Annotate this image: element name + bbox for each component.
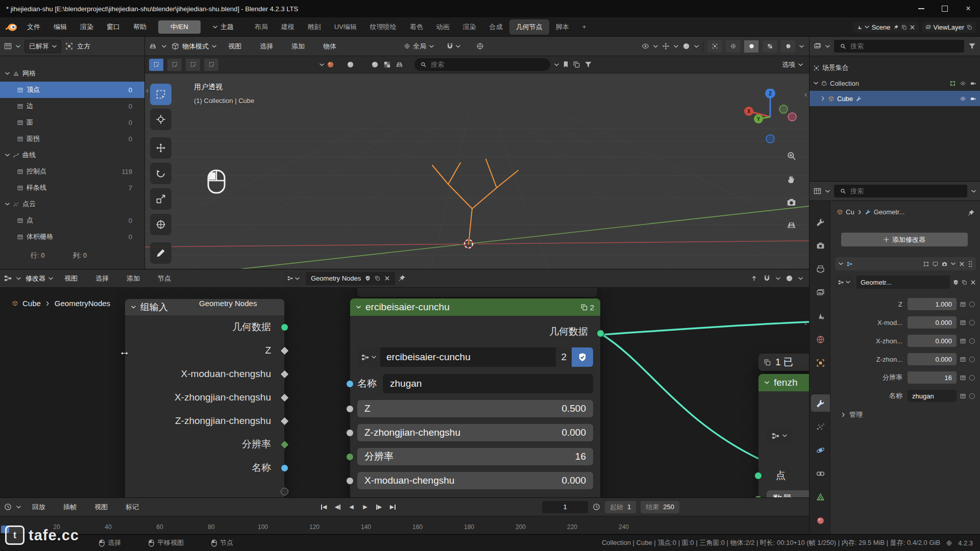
- bookmark-icon[interactable]: [563, 61, 569, 68]
- tab-shading[interactable]: 着色: [403, 19, 430, 35]
- tool-rotate[interactable]: [150, 163, 172, 184]
- tab-texture-paint[interactable]: 纹理喷绘: [363, 19, 403, 35]
- sphere-option-icon[interactable]: [396, 61, 403, 68]
- spreadsheet-group-mesh[interactable]: 网格: [0, 65, 144, 82]
- socket-float[interactable]: [346, 477, 354, 485]
- copy-icon[interactable]: [375, 276, 380, 281]
- viewport-menu-object[interactable]: 物体: [316, 42, 343, 51]
- chevron-down-icon[interactable]: [776, 277, 780, 280]
- spreadsheet-row-splines[interactable]: 样条线 7: [0, 180, 144, 196]
- overlays-toggle-icon[interactable]: [682, 42, 690, 50]
- node-editor-icon[interactable]: [4, 274, 12, 282]
- decorator-dot[interactable]: [969, 393, 975, 399]
- timeline-editor-icon[interactable]: [4, 503, 12, 511]
- outliner-object-cube[interactable]: Cube: [810, 91, 980, 106]
- prev-keyframe-button[interactable]: ◀: [331, 501, 345, 513]
- spreadsheet-row-vertices[interactable]: 顶点 0: [0, 82, 144, 98]
- value-field[interactable]: 1.000: [908, 298, 957, 310]
- tab-constraints[interactable]: [811, 465, 830, 482]
- name-value-field[interactable]: zhugan: [383, 374, 593, 393]
- chevron-down-icon[interactable]: [131, 306, 136, 309]
- breadcrumb-modifier[interactable]: Geometr...: [874, 208, 905, 216]
- chevron-down-icon[interactable]: [839, 262, 843, 265]
- value-field[interactable]: 0.000: [908, 353, 957, 365]
- spreadsheet-row-control-points[interactable]: 控制点 119: [0, 163, 144, 180]
- tool-scale[interactable]: [150, 188, 172, 210]
- chevron-down-icon[interactable]: [799, 45, 804, 48]
- node-tree-name[interactable]: Geometry Nodes: [306, 272, 395, 285]
- chevron-down-icon[interactable]: [653, 45, 658, 48]
- zoom-icon[interactable]: [783, 148, 799, 163]
- timeline-menu-keying[interactable]: 插帧: [57, 503, 83, 512]
- camera-icon[interactable]: [970, 81, 976, 86]
- blender-logo-icon[interactable]: [5, 22, 17, 32]
- chevron-down-icon[interactable]: [814, 82, 818, 85]
- node-tree-name-field[interactable]: Geometr...: [856, 276, 950, 289]
- tab-uv-editing[interactable]: UV编辑: [328, 19, 363, 35]
- properties-editor-icon[interactable]: [814, 187, 821, 195]
- play-reverse-button[interactable]: ◀: [345, 501, 358, 513]
- outliner-search-input[interactable]: [849, 42, 958, 51]
- spreadsheet-row-faces[interactable]: 面 0: [0, 114, 144, 131]
- tab-physics[interactable]: [811, 441, 830, 459]
- theme-button[interactable]: 主题: [206, 22, 241, 32]
- spreadsheet-group-curve[interactable]: 曲线: [0, 147, 144, 163]
- mode-dropdown[interactable]: 物体模式: [172, 42, 216, 51]
- tool-select-box[interactable]: [150, 84, 172, 105]
- socket-geometry[interactable]: [754, 472, 762, 480]
- object-icon[interactable]: [837, 209, 843, 215]
- parent-tree-icon[interactable]: [750, 274, 758, 282]
- tab-geometry-nodes[interactable]: 几何节点: [509, 19, 549, 35]
- camera-view-icon[interactable]: [783, 194, 799, 210]
- node-tree-type-dropdown[interactable]: [284, 272, 303, 285]
- attribute-toggle-icon[interactable]: [960, 320, 966, 325]
- copy-icon[interactable]: [901, 24, 907, 30]
- decorator-dot[interactable]: [969, 357, 975, 362]
- outliner-scene-collection[interactable]: 场景集合: [810, 60, 980, 76]
- pan-hand-icon[interactable]: [783, 171, 799, 187]
- toggle-perspective-icon[interactable]: [783, 217, 799, 233]
- play-button[interactable]: ▶: [358, 501, 372, 513]
- socket-virtual[interactable]: [281, 488, 288, 495]
- tab-sculpting[interactable]: 雕刻: [301, 19, 328, 35]
- tool-cursor[interactable]: [150, 109, 172, 130]
- tool-move[interactable]: [150, 137, 172, 159]
- sphere-option-icon[interactable]: [371, 61, 379, 68]
- fake-user-shield-button[interactable]: [572, 347, 593, 367]
- viewport-search-input[interactable]: [430, 60, 544, 69]
- clock-icon[interactable]: [593, 503, 600, 511]
- checkbox-icon[interactable]: [950, 81, 955, 86]
- modifier-panel-header[interactable]: [835, 257, 976, 270]
- close-icon[interactable]: [384, 276, 390, 281]
- spreadsheet-editor-icon[interactable]: [4, 42, 12, 50]
- copy-icon[interactable]: [962, 280, 967, 285]
- tool-transform[interactable]: [150, 214, 172, 235]
- timeline-menu-view[interactable]: 视图: [88, 503, 114, 512]
- snap-magnet-icon[interactable]: [763, 274, 771, 282]
- frame-end-field[interactable]: 结束 250: [641, 501, 679, 513]
- menu-render[interactable]: 渲染: [74, 22, 100, 32]
- menu-file[interactable]: 文件: [20, 22, 47, 32]
- eye-icon[interactable]: [960, 96, 966, 102]
- language-toggle-button[interactable]: 中/EN: [158, 20, 201, 34]
- current-frame-field[interactable]: 1: [542, 501, 588, 513]
- sphere-option-icon[interactable]: [359, 61, 366, 68]
- chevron-down-icon[interactable]: [320, 63, 324, 66]
- breadcrumb-object[interactable]: Cube: [22, 299, 41, 308]
- tab-scene[interactable]: [811, 307, 830, 324]
- visibility-toggle-icon[interactable]: [642, 42, 649, 50]
- attribute-toggle-icon[interactable]: [960, 302, 966, 307]
- dataset-dropdown[interactable]: 已解算: [24, 40, 61, 53]
- select-mode-subtract-button[interactable]: [186, 59, 200, 71]
- decorator-dot[interactable]: [969, 302, 975, 307]
- properties-search-input[interactable]: [849, 187, 961, 195]
- overlays-toggle-icon[interactable]: [786, 274, 793, 282]
- pin-icon[interactable]: [893, 24, 899, 30]
- scene-selector[interactable]: Scene: [853, 22, 919, 33]
- camera-icon[interactable]: [970, 96, 976, 102]
- chevron-down-icon[interactable]: [674, 45, 678, 48]
- chevron-down-icon[interactable]: [456, 45, 460, 48]
- node-field-z-zhongjian[interactable]: Z-zhongjian-chengshu 0.000: [357, 424, 593, 441]
- edit-mode-toggle-icon[interactable]: [923, 261, 929, 267]
- panel-collapse-arrow[interactable]: ‹: [804, 90, 807, 98]
